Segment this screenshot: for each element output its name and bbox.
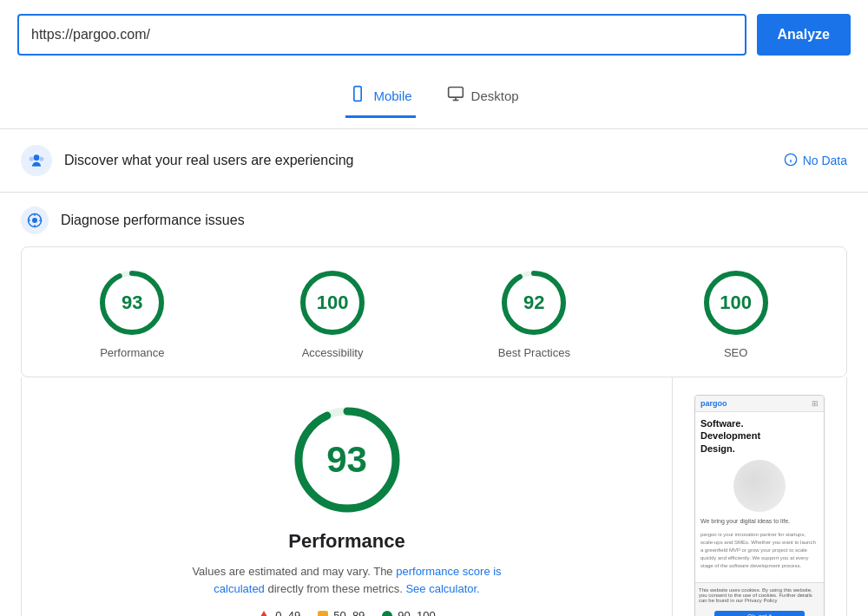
preview-headline: Software.DevelopmentDesign. bbox=[700, 417, 819, 455]
diagnose-header: Diagnose performance issues bbox=[21, 206, 847, 234]
discover-left: Discover what your real users are experi… bbox=[21, 145, 353, 176]
svg-point-7 bbox=[39, 157, 43, 161]
tabs-section: Mobile Desktop bbox=[0, 69, 868, 118]
detail-right: pargoo ⊞ Software.DevelopmentDesign. We … bbox=[673, 377, 846, 616]
score-circle-performance: 93 bbox=[97, 268, 167, 337]
legend-icon-mid bbox=[318, 611, 328, 617]
score-label-seo: SEO bbox=[724, 346, 747, 359]
svg-point-5 bbox=[34, 154, 40, 161]
preview-globe bbox=[733, 460, 786, 512]
no-data-link[interactable]: No Data bbox=[784, 153, 847, 169]
tab-mobile[interactable]: Mobile bbox=[345, 76, 415, 118]
score-cards-row: 93 Performance 100 Accessibility bbox=[39, 268, 829, 359]
info-icon bbox=[784, 153, 798, 169]
legend-item-good: 90–100 bbox=[382, 609, 435, 616]
preview-logo: pargoo bbox=[700, 399, 727, 408]
discover-title: Discover what your real users are experi… bbox=[64, 153, 353, 168]
big-score-circle: 93 bbox=[291, 403, 404, 516]
score-card-seo: 100 SEO bbox=[701, 268, 771, 359]
preview-subtext: We bring your digital ideas to life. bbox=[700, 517, 819, 526]
no-data-label: No Data bbox=[803, 154, 847, 167]
preview-topbar: pargoo ⊞ bbox=[695, 396, 824, 412]
legend-row: 0–49 50–89 90–100 bbox=[258, 609, 435, 616]
score-label-best-practices: Best Practices bbox=[498, 346, 570, 359]
preview-cookie-bar: This website uses cookies. By using this… bbox=[695, 582, 824, 607]
detail-score-title: Performance bbox=[288, 530, 405, 553]
detail-desc: Values are estimated and may vary. The p… bbox=[182, 563, 512, 597]
score-circle-seo: 100 bbox=[701, 268, 771, 337]
preview-cookie-text: This website uses cookies. By using this… bbox=[699, 587, 812, 603]
preview-body-text: pargoo is your innovation partner for st… bbox=[700, 531, 819, 570]
preview-content: Software.DevelopmentDesign. We bring you… bbox=[695, 412, 824, 582]
legend-range-good: 90–100 bbox=[398, 609, 435, 616]
detail-section: 93 Performance Values are estimated and … bbox=[21, 377, 847, 616]
tab-desktop[interactable]: Desktop bbox=[444, 76, 523, 118]
svg-rect-0 bbox=[354, 87, 361, 102]
legend-icon-good bbox=[382, 611, 392, 617]
score-value-accessibility: 100 bbox=[317, 292, 349, 314]
legend-item-bad: 0–49 bbox=[258, 609, 300, 616]
mobile-icon bbox=[349, 85, 366, 107]
score-value-best-practices: 92 bbox=[523, 292, 544, 314]
diagnose-section: Diagnose performance issues 93 Performan… bbox=[0, 193, 868, 616]
diagnose-icon bbox=[21, 206, 49, 234]
score-card-performance: 93 Performance bbox=[97, 268, 167, 359]
legend-item-mid: 50–89 bbox=[318, 609, 365, 616]
svg-rect-2 bbox=[448, 88, 463, 98]
url-bar-section: https://pargoo.com/ Analyze bbox=[0, 0, 868, 69]
tab-mobile-label: Mobile bbox=[373, 88, 411, 103]
svg-point-12 bbox=[33, 219, 37, 223]
score-label-performance: Performance bbox=[100, 346, 164, 359]
detail-desc-mid: directly from these metrics. bbox=[267, 582, 402, 595]
desktop-icon bbox=[447, 85, 464, 107]
detail-left: 93 Performance Values are estimated and … bbox=[22, 377, 673, 616]
url-input[interactable]: https://pargoo.com/ bbox=[17, 14, 746, 56]
legend-range-mid: 50–89 bbox=[333, 609, 365, 616]
score-value-performance: 93 bbox=[122, 292, 142, 314]
legend-range-bad: 0–49 bbox=[275, 609, 300, 616]
calculator-link[interactable]: See calculator. bbox=[405, 582, 479, 595]
discover-section: Discover what your real users are experi… bbox=[0, 128, 868, 193]
score-cards-panel: 93 Performance 100 Accessibility bbox=[21, 246, 847, 377]
preview-frame: pargoo ⊞ Software.DevelopmentDesign. We … bbox=[694, 395, 825, 616]
diagnose-title: Diagnose performance issues bbox=[61, 213, 245, 228]
score-label-accessibility: Accessibility bbox=[302, 346, 364, 359]
score-value-seo: 100 bbox=[720, 292, 752, 314]
preview-topbar-icon: ⊞ bbox=[812, 399, 819, 408]
detail-desc-text: Values are estimated and may vary. The bbox=[192, 565, 392, 578]
score-circle-accessibility: 100 bbox=[298, 268, 367, 337]
analyze-button[interactable]: Analyze bbox=[757, 14, 851, 56]
preview-ok-button: Ok, got it bbox=[714, 611, 805, 616]
discover-icon bbox=[21, 145, 52, 176]
score-card-best-practices: 92 Best Practices bbox=[498, 268, 570, 359]
tab-desktop-label: Desktop bbox=[471, 88, 519, 103]
score-card-accessibility: 100 Accessibility bbox=[298, 268, 367, 359]
svg-point-6 bbox=[30, 157, 34, 161]
legend-icon-bad bbox=[258, 611, 270, 617]
score-circle-best-practices: 92 bbox=[499, 268, 569, 337]
big-score-value: 93 bbox=[326, 439, 367, 481]
